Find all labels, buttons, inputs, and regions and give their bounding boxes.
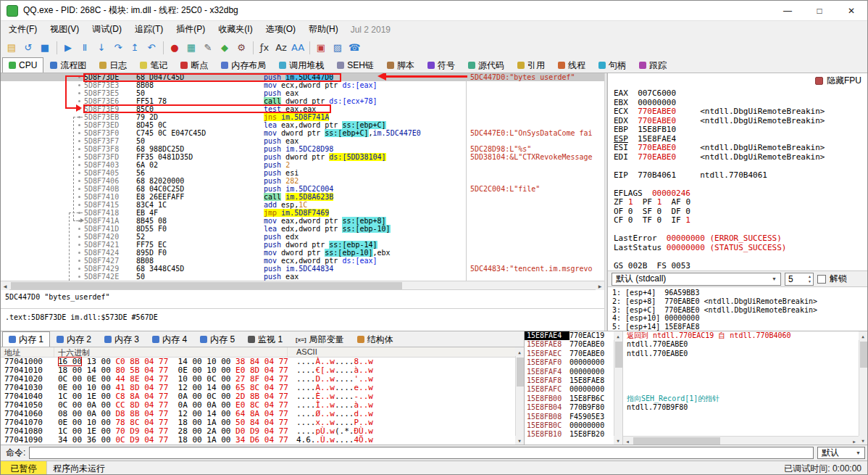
disasm-row[interactable]: 5D8F73EB79 2Djns im.5D8F741A — [1, 113, 604, 121]
tab-符号[interactable]: 符号 — [421, 57, 462, 73]
stack-row[interactable]: 15E8FAFC00000000 — [525, 385, 614, 394]
arg-count-stepper[interactable]: 5 ▲▼ — [785, 273, 814, 286]
tab-源代码[interactable]: 源代码 — [462, 57, 511, 73]
stack-row[interactable]: 15E8FB0C00000000 — [525, 421, 614, 430]
settings-gear-icon[interactable]: ⚙ — [233, 40, 249, 56]
tab-结构体[interactable]: 结构体 — [351, 331, 400, 347]
menu-item-选项(O)[interactable]: 选项(O) — [259, 21, 302, 38]
scroll-down-icon[interactable]: ▼ — [515, 436, 524, 445]
step-back-icon[interactable]: ↶ — [143, 40, 159, 56]
disasm-row[interactable]: 5D8F7418EB 4Fjmp im.5D8F7469 — [1, 209, 604, 217]
tab-内存布局[interactable]: 内存布局 — [214, 57, 272, 73]
disassembly-hscrollbar[interactable]: ◀ ▶ — [1, 281, 604, 289]
tab-内存 2[interactable]: 内存 2 — [50, 331, 98, 347]
disasm-row[interactable]: 5D8F73E550push eax — [1, 89, 604, 97]
disasm-row[interactable]: 5D8F74036A 02push 2 — [1, 161, 604, 169]
tab-内存 5[interactable]: 内存 5 — [193, 331, 241, 347]
scroll-left-icon[interactable]: ◀ — [623, 437, 632, 445]
stack-vscrollbar[interactable]: ▲ ▼ — [614, 331, 622, 445]
maximize-button[interactable]: □ — [804, 1, 835, 20]
stack-row[interactable]: 15E8FAF400000000 — [525, 368, 614, 376]
stack-comment[interactable] — [623, 421, 859, 430]
disassembly-view[interactable]: 5D8F73DE68 D047C45Dpush im.5DC447D05DC44… — [1, 73, 604, 281]
disasm-row[interactable]: 5D8F73F750push eax — [1, 137, 604, 145]
disasm-row[interactable]: 5D8F73ED8D45 0Clea eax,dword ptr ss:[ebp… — [1, 121, 604, 129]
stack-row[interactable]: 15E8FB0015E8FB6C — [525, 395, 614, 403]
fx-icon[interactable]: ƒx — [256, 40, 272, 56]
stack-comment[interactable] — [623, 376, 859, 385]
argument-line[interactable]: 1: [esp+4] 96A59BB3 — [612, 289, 867, 297]
stack-comment[interactable] — [623, 413, 859, 421]
comments-vscroll-thumb[interactable] — [860, 342, 867, 368]
disasm-row[interactable]: 5D8F73E6FF51 78call dword ptr ds:[ecx+78… — [1, 97, 604, 105]
az-icon[interactable]: Az — [273, 40, 289, 56]
tab-笔记[interactable]: 笔记 — [133, 57, 174, 73]
dump-row[interactable]: 7704109034 00 36 00 0C D9 04 77 18 00 1A… — [1, 436, 524, 445]
stack-row[interactable]: 15E8FAF000000000 — [525, 358, 614, 367]
comments-vscrollbar[interactable]: ▲ ▼ — [859, 331, 867, 445]
tab-监视 1[interactable]: 监视 1 — [241, 331, 289, 347]
stack-comment[interactable]: ntdll.770EABE0 — [623, 350, 859, 358]
tab-脚本[interactable]: 脚本 — [380, 57, 421, 73]
stack-row[interactable]: 15E8FB1015E8FB20 — [525, 430, 614, 439]
scroll-left-icon[interactable]: ◀ — [1, 281, 9, 290]
disasm-row[interactable]: 5D8F73E985C0test eax,eax — [1, 105, 604, 113]
menu-item-收藏夹(I)[interactable]: 收藏夹(I) — [212, 21, 259, 38]
tab-内存 4[interactable]: 内存 4 — [146, 331, 193, 347]
stack-comment[interactable]: ntdll.770B9F80 — [623, 403, 859, 412]
comments-hscrollbar[interactable]: ◀ ▶ — [623, 436, 859, 445]
stack-comment[interactable]: 返回到 ntdll.770EAC19 自 ntdll.770B4060 — [623, 331, 859, 340]
menu-item-追踪(T)[interactable]: 追踪(T) — [128, 21, 170, 38]
register-line[interactable]: LastStatus 00000000 (STATUS_SUCCESS) — [614, 244, 867, 253]
register-line[interactable]: EIP 770B4061 ntdll.770B4061 — [614, 171, 867, 181]
argument-line[interactable]: 5: [esp+14] 15E8FAE8 — [612, 323, 867, 331]
disasm-row[interactable]: 5D8F73E38B08mov ecx,dword ptr ds:[eax] — [1, 81, 604, 89]
scroll-up-icon[interactable]: ▲ — [515, 347, 524, 356]
scroll-right-icon[interactable]: ▶ — [596, 281, 604, 290]
stack-row[interactable]: 15E8FAEC770EABE0 — [525, 350, 614, 358]
run-icon[interactable]: ▶ — [60, 40, 76, 56]
disasm-row[interactable]: 5D8F742052push edx — [1, 233, 604, 241]
stack-row[interactable]: 15E8FAE4770EAC19 — [525, 331, 614, 340]
disasm-row[interactable]: 5D8F742968 3448C45Dpush im.5DC448345DC44… — [1, 265, 604, 273]
scroll-down-icon[interactable]: ▼ — [614, 436, 622, 445]
step-into-icon[interactable]: ↓ — [93, 40, 109, 56]
disasm-row[interactable]: 5D8F73F0C745 0C E047C45Dmov dword ptr ss… — [1, 129, 604, 137]
chip-icon[interactable]: ▣ — [313, 40, 329, 56]
dump-vscrollbar[interactable]: ▲ ▼ — [515, 347, 524, 445]
step-over-icon[interactable]: ↷ — [110, 40, 126, 56]
tab-内存 3[interactable]: 内存 3 — [98, 331, 146, 347]
dump-vscroll-thumb[interactable] — [517, 358, 524, 387]
stack-comment[interactable]: ntdll.770EABE0 — [623, 340, 859, 349]
disasm-row[interactable]: 5D8F73F868 988DC25Dpush im.5DC28D985DC28… — [1, 145, 604, 153]
breakpoint-icon[interactable]: ● — [167, 40, 183, 56]
scroll-up-icon[interactable]: ▲ — [859, 331, 867, 340]
disasm-row[interactable]: 5D8F7424895D F0mov dword ptr ss:[ebp-10]… — [1, 249, 604, 257]
patch-icon[interactable]: ✎ — [200, 40, 216, 56]
register-line[interactable]: CF 0 TF 0 IF 1 — [614, 216, 867, 226]
scroll-down-icon[interactable]: ▼ — [859, 436, 867, 445]
disasm-row[interactable]: 5D8F741583C4 1Cadd esp,1C — [1, 201, 604, 209]
disasm-row[interactable]: 5D8F73DE68 D047C45Dpush im.5DC447D05DC44… — [1, 73, 604, 81]
disasm-row[interactable]: 5D8F740668 82020000push 282 — [1, 177, 604, 185]
stack-comments-pane[interactable]: 返回到 ntdll.770EAC19 自 ntdll.770B4060ntdll… — [622, 331, 867, 445]
stack-comment[interactable]: 指向SEH_Record[1]的指针 — [623, 395, 859, 403]
disasm-row[interactable]: 5D8F740556push esi — [1, 169, 604, 177]
restart-icon[interactable]: ↺ — [20, 40, 36, 56]
register-line[interactable]: GS 002B FS 0053 — [614, 262, 867, 271]
minimize-button[interactable]: — — [772, 1, 804, 20]
stack-row[interactable]: 15E8FAF815E8FAE8 — [525, 376, 614, 385]
tab-线程[interactable]: 线程 — [551, 57, 592, 73]
disasm-row[interactable]: 5D8F742E50push eax — [1, 273, 604, 281]
disasm-row[interactable]: 5D8F741A8B45 08mov eax,dword ptr ss:[ebp… — [1, 217, 604, 225]
scroll-right-icon[interactable]: ▶ — [850, 437, 859, 445]
comments-hscroll-thumb[interactable] — [633, 437, 720, 445]
shield-icon[interactable]: ◆ — [217, 40, 233, 56]
argument-line[interactable]: 4: [esp+10] 00000000 — [612, 314, 867, 323]
stack-row[interactable]: 15E8FB04770B9F80 — [525, 403, 614, 412]
disasm-row[interactable]: 5D8F740B68 04C0C25Dpush im.5DC2C0045DC2C… — [1, 185, 604, 193]
aa-icon[interactable]: AA — [290, 40, 306, 56]
tab-流程图[interactable]: 流程图 — [43, 57, 93, 73]
stack-row[interactable]: 15E8FAE8770EABE0 — [525, 340, 614, 349]
open-file-icon[interactable]: ▤ — [4, 40, 20, 56]
